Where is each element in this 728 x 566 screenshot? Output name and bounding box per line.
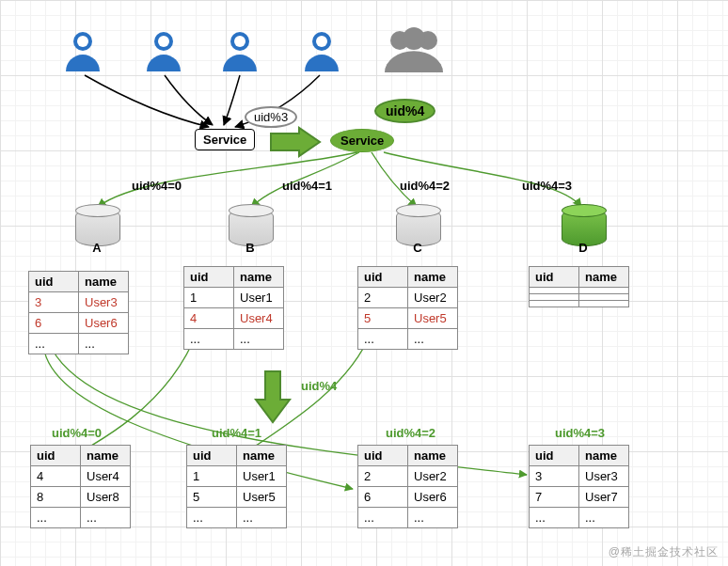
table-shard0: uidname4User48User8...... xyxy=(30,445,131,528)
table-row: ...... xyxy=(358,329,458,350)
col-uid: uid xyxy=(184,267,234,288)
hash-bubble-1: uid%3 xyxy=(245,106,297,128)
service-1: Service xyxy=(195,129,255,150)
table-row: 5User5 xyxy=(358,308,458,329)
db-a-icon: A xyxy=(75,209,119,246)
table-row xyxy=(530,294,629,301)
group-icon xyxy=(381,24,447,78)
table-shard1: uidname1User15User5...... xyxy=(186,445,287,528)
table-a: uidname3User36User6...... xyxy=(28,271,129,354)
hash-bubble-2-text: uid%4 xyxy=(386,103,424,118)
col-name: name xyxy=(237,446,287,466)
edge-uid4-0: uid%4=0 xyxy=(132,179,182,193)
table-row: ...... xyxy=(31,508,131,528)
table-row xyxy=(530,288,629,294)
table-b: uidname1User14User4...... xyxy=(183,266,284,350)
table-row: 4User4 xyxy=(184,308,284,329)
table-c: uidname2User25User5...... xyxy=(357,266,458,350)
table-row: ...... xyxy=(184,329,284,350)
db-c-label: C xyxy=(396,241,439,255)
table-d: uidname xyxy=(529,266,629,307)
transition-arrow xyxy=(269,126,324,161)
table-row: 4User4 xyxy=(31,466,131,487)
table-row xyxy=(530,301,629,307)
bottom-edge-1: uid%4=1 xyxy=(212,426,261,440)
user-icon xyxy=(299,28,344,76)
svg-point-1 xyxy=(77,36,88,47)
watermark: @稀土掘金技术社区 xyxy=(609,544,719,560)
table-row: 6User6 xyxy=(29,313,129,334)
table-row: 8User8 xyxy=(31,487,131,508)
user-icon xyxy=(141,28,186,76)
edge-uid4-3: uid%4=3 xyxy=(522,179,572,193)
db-a-label: A xyxy=(75,241,119,255)
svg-point-7 xyxy=(316,36,327,47)
table-shard2: uidname2User26User6...... xyxy=(357,445,458,528)
user-icon xyxy=(60,28,105,76)
hash-bubble-1-text: uid%3 xyxy=(254,110,288,124)
svg-point-3 xyxy=(158,36,169,47)
col-uid: uid xyxy=(530,267,579,288)
col-name: name xyxy=(579,267,629,288)
col-name: name xyxy=(408,446,458,466)
db-b-icon: B xyxy=(229,209,272,246)
col-uid: uid xyxy=(358,446,408,466)
table-row: ...... xyxy=(29,334,129,354)
edge-uid4-2: uid%4=2 xyxy=(400,179,450,193)
col-uid: uid xyxy=(358,267,408,288)
diagram-canvas: Service uid%3 Service uid%4 uid%4=0 uid%… xyxy=(0,0,728,566)
rehash-label: uid%4 xyxy=(301,379,337,393)
bottom-edge-0: uid%4=0 xyxy=(52,426,102,440)
edge-uid4-1: uid%4=1 xyxy=(282,179,332,193)
col-name: name xyxy=(408,267,458,288)
rehash-arrow xyxy=(254,369,292,427)
db-d-label: D xyxy=(562,241,605,255)
table-row: 5User5 xyxy=(187,487,287,508)
table-row: 1User1 xyxy=(187,466,287,487)
bottom-edge-2: uid%4=2 xyxy=(386,426,435,440)
db-b-label: B xyxy=(229,241,272,255)
col-uid: uid xyxy=(530,446,579,466)
table-row: ...... xyxy=(530,508,629,528)
svg-point-5 xyxy=(234,36,245,47)
svg-point-10 xyxy=(403,27,425,50)
table-row: ...... xyxy=(187,508,287,528)
table-shard3: uidname3User37User7...... xyxy=(529,445,629,528)
hash-bubble-2: uid%4 xyxy=(374,99,435,123)
service-2-label: Service xyxy=(340,134,384,148)
col-uid: uid xyxy=(29,272,79,292)
table-row: 1User1 xyxy=(184,288,284,308)
table-row: 3User3 xyxy=(29,292,129,313)
db-c-icon: C xyxy=(396,209,439,246)
table-row: 6User6 xyxy=(358,487,458,508)
col-name: name xyxy=(579,446,629,466)
table-row: 7User7 xyxy=(530,487,629,508)
col-uid: uid xyxy=(31,446,81,466)
col-name: name xyxy=(79,272,129,292)
table-row: ...... xyxy=(358,508,458,528)
table-row: 2User2 xyxy=(358,466,458,487)
user-icon xyxy=(217,28,262,76)
table-row: 3User3 xyxy=(530,466,629,487)
col-name: name xyxy=(234,267,284,288)
db-d-icon: D xyxy=(562,209,605,246)
col-name: name xyxy=(81,446,131,466)
service-1-label: Service xyxy=(203,133,246,147)
service-2: Service xyxy=(330,129,394,152)
bottom-edge-3: uid%4=3 xyxy=(555,426,605,440)
table-row: 2User2 xyxy=(358,288,458,308)
col-uid: uid xyxy=(187,446,237,466)
